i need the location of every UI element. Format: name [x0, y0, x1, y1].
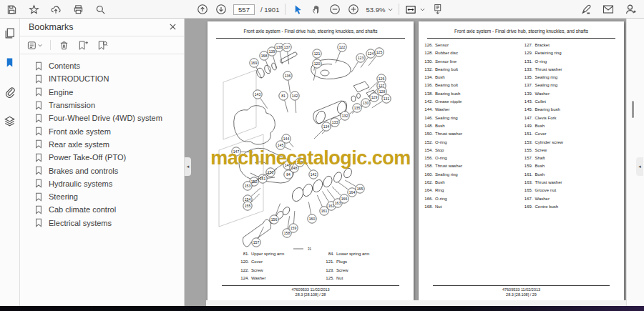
hand-tool-button[interactable] [310, 3, 323, 16]
previous-page-button[interactable] [196, 3, 209, 16]
bookmark-item[interactable]: Engine [20, 86, 184, 99]
part-number: 84. [323, 252, 334, 260]
search-button[interactable] [94, 3, 107, 16]
bookmark-plus-icon [77, 40, 89, 51]
find-current-bookmark-button[interactable] [97, 40, 108, 51]
page-number-input[interactable] [233, 4, 255, 15]
viewer-body: Bookmarks [0, 19, 644, 306]
bookmark-item[interactable]: Four-Wheel Drive (4WD) system [20, 112, 184, 124]
part-number: 162. [421, 180, 433, 188]
bookmark-options-button[interactable] [27, 40, 42, 51]
horizontal-scrollbar[interactable] [185, 300, 626, 306]
toolbar-nav-group: / 1901 53.9% [196, 0, 444, 19]
svg-text:126: 126 [379, 76, 385, 81]
zoom-out-button[interactable] [328, 3, 341, 16]
part-number: 160. [421, 172, 433, 180]
parts-row: 124. Washer 125. Nut [238, 276, 408, 284]
part-number: 153. [522, 140, 533, 148]
part-number: 122. [238, 268, 249, 276]
page-total-label: / 1901 [260, 6, 279, 14]
bookmark-item-label: Four-Wheel Drive (4WD) system [49, 114, 162, 122]
next-page-button[interactable] [215, 3, 228, 16]
parts-cell: 127. Bracket [522, 43, 622, 51]
bookmark-item[interactable]: Contents [20, 59, 184, 72]
svg-text:151: 151 [260, 177, 266, 181]
part-number: 145. [522, 107, 533, 115]
part-label: Groove nut [535, 188, 557, 196]
parts-row: 148. Bush 149. Bush [421, 124, 621, 132]
part-number: 142. [421, 99, 433, 107]
parts-cell: 156. O-ring [421, 156, 522, 164]
svg-text:142: 142 [311, 172, 317, 177]
bookmarks-panel-toolbar [20, 36, 184, 54]
bookmarks-tab[interactable] [4, 56, 16, 69]
bookmark-item[interactable]: Power Take-Off (PTO) [20, 151, 184, 164]
bookmark-item[interactable]: Hydraulic systems [20, 177, 184, 190]
fill-sign-button[interactable] [580, 3, 592, 16]
parts-cell: 157. Shaft [522, 156, 622, 164]
parts-row: 138. Bearing bush 139. Washer [421, 92, 621, 99]
bookmark-item[interactable]: Front axle system [20, 124, 184, 137]
svg-text:130: 130 [363, 101, 369, 105]
vertical-scrollbar-thumb[interactable] [632, 101, 634, 118]
parts-cell: 145. Bearing bush [522, 107, 622, 115]
document-area[interactable]: Front axle system - Final drive hub, ste… [185, 19, 626, 306]
collapse-bookmarks-panel-handle[interactable]: ◂ [185, 157, 191, 176]
zoom-in-button[interactable] [347, 3, 360, 16]
bookmark-ribbon-icon [34, 74, 43, 84]
part-label: Sealing ring [535, 75, 558, 83]
select-tool-button[interactable] [291, 3, 304, 16]
part-label: Bush [535, 124, 545, 132]
parts-cell: 166. O-ring [421, 197, 522, 204]
close-panel-button[interactable] [169, 22, 177, 33]
parts-cell: 81. Upper spring arm [238, 252, 323, 260]
bookmark-item[interactable]: INTRODUCTION [20, 72, 184, 85]
save-button[interactable] [5, 3, 18, 16]
share-with-people-button[interactable] [624, 3, 637, 16]
bookmarks-panel: Bookmarks [20, 19, 185, 306]
printer-icon [73, 4, 84, 15]
parts-cell: 133. Thrust washer [522, 67, 622, 75]
svg-text:166: 166 [341, 197, 348, 201]
bookmark-item[interactable]: Rear axle system [20, 138, 184, 151]
zoom-level-dropdown[interactable]: 53.9% [366, 6, 393, 14]
parts-row: 162. Bush 163. Thrust washer [421, 180, 621, 188]
bookmark-item[interactable]: Brakes and controls [20, 164, 184, 177]
parts-cell: 161. Bush [522, 172, 622, 180]
print-button[interactable] [72, 3, 84, 16]
bookmark-item[interactable]: Electrical systems [20, 217, 184, 229]
attachments-tab[interactable] [4, 86, 16, 99]
bookmark-item[interactable]: Steering [20, 190, 184, 203]
chevron-down-icon [38, 44, 42, 47]
document-page-left: Front axle system - Final drive hub, ste… [208, 21, 414, 300]
page-scrolling-button[interactable] [431, 3, 444, 16]
cloud-upload-icon [50, 4, 62, 15]
pages-icon [4, 27, 16, 39]
fit-width-dropdown[interactable] [405, 4, 425, 15]
search-icon [95, 4, 106, 15]
part-number: 128. [421, 51, 433, 59]
parts-row: 158. Thrust washer 159. Bush [421, 164, 621, 172]
part-number: 139. [522, 92, 533, 99]
bookmark-item[interactable]: Transmission [20, 99, 184, 112]
part-label: Sealing ring [435, 116, 458, 124]
zoom-level-value: 53.9% [366, 6, 385, 14]
delete-bookmark-button[interactable] [59, 40, 69, 51]
part-number: 130. [421, 59, 433, 67]
send-email-button[interactable] [602, 3, 615, 16]
part-label: Bearing bush [435, 92, 460, 99]
layers-tab[interactable] [4, 115, 16, 128]
bookmark-item[interactable]: Cab climate control [20, 203, 184, 216]
horizontal-scrollbar-thumb[interactable] [185, 300, 206, 306]
share-upload-button[interactable] [49, 3, 62, 16]
parts-cell: 163. Thrust washer [522, 180, 622, 188]
star-button[interactable] [27, 3, 40, 16]
collapse-tools-panel-handle[interactable]: ◂ [636, 157, 643, 176]
new-bookmark-button[interactable] [77, 40, 89, 51]
part-number: 165. [522, 188, 533, 196]
page-thumbnails-tab[interactable] [4, 27, 16, 40]
part-label: Washer [251, 276, 265, 284]
bookmark-ribbon-icon [34, 61, 43, 71]
parts-cell: 137. Sealing ring [522, 83, 622, 91]
part-label: Bearing bush [535, 107, 560, 115]
